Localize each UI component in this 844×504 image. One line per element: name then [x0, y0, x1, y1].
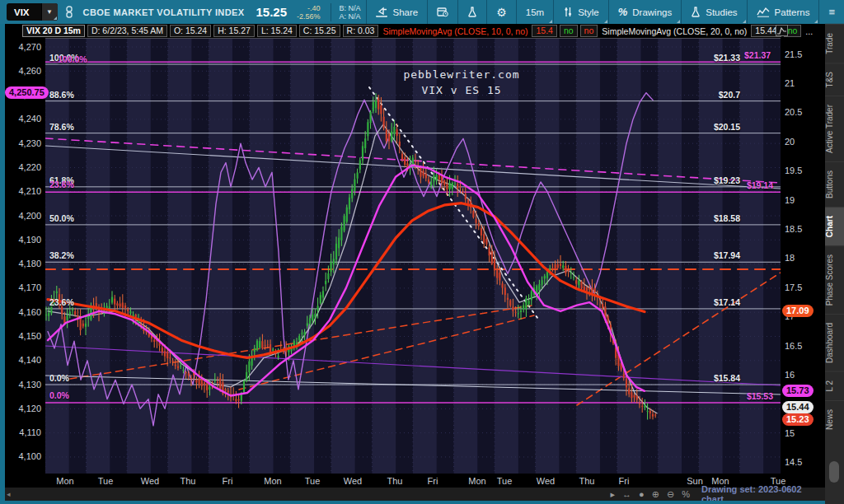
drawings-button[interactable]: % Drawings — [608, 0, 682, 24]
sidebar-tab-chart[interactable]: Chart — [825, 207, 844, 245]
chart-line-style-icon[interactable] — [776, 25, 788, 36]
candle-body — [127, 309, 129, 310]
share-icon — [376, 7, 388, 17]
candle-body — [491, 251, 493, 264]
symbol-dropdown[interactable]: VIX ▼ — [7, 3, 58, 21]
session-stripe — [739, 38, 763, 474]
candle-body — [74, 311, 76, 315]
top-toolbar: VIX ▼ CBOE MARKET VOLATILITY INDEX 15.25… — [0, 0, 844, 24]
collapse-icon[interactable]: ▸ — [611, 489, 616, 500]
sma20-label[interactable]: SimpleMovingAvg (CLOSE, 20, 0, no) — [600, 26, 748, 36]
candle-body — [317, 306, 319, 310]
timeframe-button[interactable]: 15m — [516, 0, 553, 24]
candle-body — [96, 303, 97, 306]
candle-body — [481, 228, 482, 236]
candle-body — [531, 292, 532, 301]
candle-body — [433, 175, 434, 182]
calendar-button[interactable] — [427, 0, 457, 24]
auto-center-icon[interactable]: ● — [639, 489, 645, 500]
candle-body — [69, 311, 71, 315]
fib-pct-label-magenta: 100.0% — [58, 54, 87, 64]
candle-body — [542, 280, 543, 285]
candle-body — [45, 315, 47, 315]
sidebar-tab-t-s[interactable]: T&S — [825, 63, 844, 96]
candle-body — [312, 315, 313, 320]
sma10-label[interactable]: SimpleMovingAvg (CLOSE, 10, 0, no) — [381, 26, 529, 36]
watermark: pebblewriter.com VIX v ES 15 — [354, 67, 569, 98]
candle-body — [375, 100, 377, 108]
candle-body — [430, 182, 432, 186]
candle-body — [80, 317, 82, 330]
left-axis-tick: 4,240 — [2, 114, 41, 124]
style-sliders-icon — [563, 7, 573, 17]
candle-body — [335, 244, 337, 260]
sidebar-tab-buttons[interactable]: Buttons — [825, 161, 844, 207]
candle-body — [483, 234, 485, 242]
candle-body — [594, 288, 596, 292]
candle-body — [344, 216, 345, 231]
right-axis-tick: 21 — [785, 78, 795, 88]
candle-body — [227, 390, 229, 392]
percent-drawings-icon: % — [618, 6, 628, 18]
link-icon[interactable] — [65, 6, 73, 18]
patterns-icon — [757, 7, 770, 17]
candle-body — [602, 304, 603, 309]
candle-body — [377, 98, 379, 110]
candle-body — [502, 283, 504, 287]
header-more[interactable]: ... — [804, 26, 814, 36]
candle-body — [623, 374, 625, 378]
studies-button[interactable]: Studies — [681, 0, 746, 24]
candle-body — [122, 302, 124, 307]
right-axis-tick: 20 — [785, 137, 795, 147]
candle-body — [462, 192, 464, 193]
candle-body — [195, 380, 197, 382]
candle-body — [354, 180, 355, 191]
zoom-in-icon[interactable]: ⊕ — [652, 489, 659, 500]
candle-body — [551, 268, 553, 269]
candle-body — [114, 299, 115, 305]
analysis-tools-button[interactable] — [457, 0, 486, 24]
style-button[interactable]: Style — [553, 0, 608, 24]
candle-body — [256, 341, 258, 350]
fib-price-label: $15.84 — [658, 373, 740, 383]
field-high: H: 15.27 — [213, 25, 255, 37]
sidebar-tab-news[interactable]: News — [825, 400, 844, 438]
sidebar-tab-l-2[interactable]: L 2 — [825, 371, 844, 400]
candle-body — [525, 298, 527, 309]
menu-button[interactable]: ≡ — [818, 0, 844, 24]
sidebar-tab-phase-scores[interactable]: Phase Scores — [825, 245, 844, 314]
session-stripe — [454, 38, 478, 474]
session-stripe — [127, 38, 151, 474]
sidebar-tab-trade[interactable]: Trade — [825, 24, 844, 63]
pan-arrows-icon[interactable]: ↔ — [622, 489, 631, 500]
sidebar-scroll-thumb[interactable] — [829, 461, 839, 483]
vix-level-badge: 15.44 — [782, 401, 814, 413]
sidebar-tab-active-trader[interactable]: Active Trader — [825, 96, 844, 161]
candle-body — [188, 373, 190, 376]
field-open: O: 15.24 — [170, 25, 211, 37]
sidebar-tab-dashboard[interactable]: Dashboard — [825, 314, 844, 371]
share-button[interactable]: Share — [366, 0, 428, 24]
fib-price-label-magenta: $15.53 — [691, 391, 773, 401]
candle-body — [225, 390, 227, 391]
candle-body — [373, 102, 374, 111]
candle-body — [560, 264, 561, 266]
candle-body — [478, 223, 480, 226]
candle-body — [219, 378, 221, 389]
settings-button[interactable]: ⚙ — [486, 0, 516, 24]
patterns-button[interactable]: Patterns — [747, 0, 819, 24]
collapse-left-icon[interactable]: ◂ — [7, 490, 11, 498]
candle-body — [388, 133, 390, 141]
left-axis-tick: 4,120 — [2, 404, 41, 413]
candle-body — [362, 146, 363, 160]
candle-body — [386, 129, 387, 141]
right-axis-tick: 18 — [785, 253, 795, 263]
zoom-out-icon[interactable]: ⊖ — [667, 489, 674, 500]
percent-scale-icon[interactable]: % — [682, 489, 690, 500]
candle-body — [185, 372, 187, 373]
session-stripe — [413, 38, 437, 474]
candle-body — [67, 315, 68, 320]
left-axis-tick: 4,100 — [2, 451, 41, 461]
candle-body — [217, 382, 218, 383]
window-edge-bottom — [0, 501, 825, 504]
